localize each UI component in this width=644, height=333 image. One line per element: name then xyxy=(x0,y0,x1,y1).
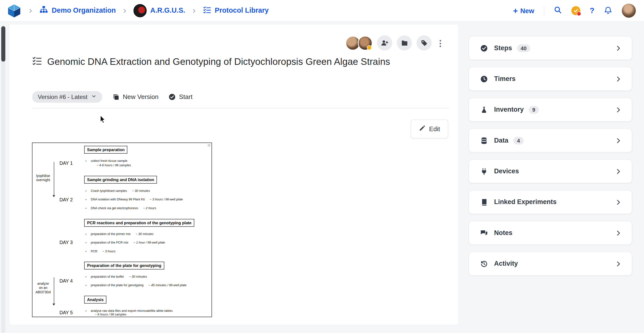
vertical-scrollbar[interactable] xyxy=(1,25,5,333)
app-logo-icon[interactable] xyxy=(6,3,22,18)
folder-button[interactable] xyxy=(397,35,412,50)
timeline-arrow xyxy=(54,162,54,197)
status-check-icon[interactable] xyxy=(571,6,580,15)
bullet-text: analyse raw data files and export micros… xyxy=(91,309,172,312)
sidebar-item-label: Data xyxy=(494,137,508,144)
timeline-arrow xyxy=(54,277,54,305)
diagram-bullet: • PCR ~ 3 hours xyxy=(84,249,208,253)
diagram-section-heading: Preparation of the plate for genotyping xyxy=(84,262,164,269)
page-title: Genomic DNA Extraction and Genotyping of… xyxy=(47,54,390,69)
bullet-time: ~ 2 hours xyxy=(143,206,156,210)
diagram-bullet: • preparation of the PCR mix ~ 1 hour / … xyxy=(84,240,208,244)
document-actions: ⋮ xyxy=(346,35,446,50)
diagram-bullets: • analyse raw data files and export micr… xyxy=(84,309,209,316)
scrollbar-thumb[interactable] xyxy=(1,26,5,62)
chevron-right-icon xyxy=(615,199,622,206)
assignee-avatar[interactable] xyxy=(358,36,373,50)
breadcrumb-team[interactable]: A.R.G.U.S. xyxy=(133,4,185,17)
diagram-bullet: • preparation of the primer mix ~ 30 min… xyxy=(84,232,208,236)
diagram-bullets: • preparation of the primer mix ~ 30 min… xyxy=(84,232,209,253)
diagram-section: Analysis DAY 5 • analyse raw data files … xyxy=(32,296,209,316)
user-avatar[interactable] xyxy=(622,4,636,18)
sidebar-item-steps[interactable]: Steps 40 xyxy=(469,36,632,60)
bullet-icon: • xyxy=(84,198,91,201)
breadcrumb-label: A.R.G.U.S. xyxy=(150,6,185,15)
chevron-right-icon xyxy=(28,8,34,14)
bullet-icon: • xyxy=(84,240,91,244)
tag-button[interactable] xyxy=(416,35,432,50)
versions-icon xyxy=(112,93,120,100)
protocol-list-icon xyxy=(203,6,211,16)
top-navbar: Demo Organization A.R.G.U.S. Protocol Li… xyxy=(0,0,644,22)
diagram-section-heading: Sample grinding and DNA isolation xyxy=(84,176,157,184)
sidebar-item-label: Timers xyxy=(494,75,516,82)
diagram-bullet: • preparation of the plate for genotypin… xyxy=(84,284,208,287)
plug-icon xyxy=(480,168,488,175)
new-button[interactable]: + New xyxy=(513,6,534,15)
diagram-section-heading: PCR reactions and preparation of the gen… xyxy=(84,219,194,226)
diagram-bullet: • collect fresh tissue sample ~ 4-6 hour… xyxy=(84,159,208,167)
diagram-section: Sample grinding and DNA isolation DAY 2 … xyxy=(32,176,209,210)
bullet-icon: • xyxy=(84,249,91,253)
diagram-side-label: lyophilise overnight xyxy=(33,174,53,182)
diagram-day-label: DAY 4 xyxy=(60,278,84,283)
sidebar-item-badge: 40 xyxy=(517,44,530,52)
sidebar-item-devices[interactable]: Devices xyxy=(469,160,632,183)
diagram-section: Preparation of the plate for genotyping … xyxy=(32,262,209,287)
sidebar-item-label: Linked Experiments xyxy=(494,198,556,206)
start-label: Start xyxy=(179,93,192,100)
diagram-bullets: • collect fresh tissue sample ~ 4-6 hour… xyxy=(84,159,209,167)
start-button[interactable]: Start xyxy=(168,93,192,100)
sidebar-item-inventory[interactable]: Inventory 9 xyxy=(469,98,632,122)
help-icon[interactable]: ? xyxy=(590,6,594,15)
history-icon xyxy=(480,260,488,268)
new-version-button[interactable]: New Version xyxy=(112,93,158,100)
edit-button[interactable]: Edit xyxy=(411,120,448,138)
sidebar-item-notes[interactable]: Notes xyxy=(469,221,632,245)
bell-icon[interactable] xyxy=(604,6,612,16)
diagram-section: Sample preparation DAY 1 • collect fresh… xyxy=(32,146,209,167)
header-divider xyxy=(544,6,544,16)
sidebar-item-activity[interactable]: Activity xyxy=(469,252,632,276)
breadcrumb-organization[interactable]: Demo Organization xyxy=(40,5,116,16)
diagram-bullets: • preparation of the buffer ~ 30 minutes… xyxy=(84,275,209,287)
diagram-bullet: • DNA isolation with DNeasy 96 Plant Kit… xyxy=(84,198,208,201)
bullet-time: ~ 30 minutes xyxy=(132,189,150,192)
divider xyxy=(32,108,449,108)
diagram-side-label: analyze on an ABI3730xl xyxy=(33,282,53,294)
bullet-time: ~ 30 minutes xyxy=(129,275,147,278)
add-user-button[interactable] xyxy=(377,35,392,50)
version-dropdown-label: Version #6 - Latest xyxy=(38,94,88,100)
clock-icon xyxy=(480,75,488,83)
version-dropdown[interactable]: Version #6 - Latest xyxy=(32,91,102,103)
plus-icon: + xyxy=(513,6,518,15)
bullet-text: collect fresh tissue sample xyxy=(91,159,127,162)
sidebar-item-timers[interactable]: Timers xyxy=(469,67,632,91)
flask-icon xyxy=(480,106,488,114)
more-options-button[interactable]: ⋮ xyxy=(434,38,446,48)
bullet-time: ~ 3 hours / 96-well plate xyxy=(150,198,183,201)
bullet-time: ~ 6 hours / 96 samples xyxy=(95,313,126,316)
diagram-bullet: • analyse raw data files and export micr… xyxy=(84,309,208,316)
start-check-icon xyxy=(168,93,176,100)
bullet-text: PCR xyxy=(91,249,97,253)
bullet-text: DNA check via gel electrophoresis xyxy=(91,206,138,210)
sidebar-item-label: Steps xyxy=(494,44,512,52)
protocol-title-icon xyxy=(32,56,42,69)
sidebar-item-linked-experiments[interactable]: Linked Experiments xyxy=(469,190,632,214)
diagram-bullet: • preparation of the buffer ~ 30 minutes xyxy=(84,275,208,278)
diagram-section-heading: Analysis xyxy=(84,296,106,304)
bullet-icon: • xyxy=(84,189,91,192)
protocol-workflow-image[interactable]: ⟳ Sample preparation DAY 1 • collect fre… xyxy=(32,142,212,317)
breadcrumb-label: Protocol Library xyxy=(215,6,268,15)
protocol-detail-panel: ⋮ Genomic DNA Extraction and Genotyping … xyxy=(10,24,458,324)
chevron-right-icon xyxy=(191,8,197,14)
diagram-day-label: DAY 3 xyxy=(60,240,84,245)
sidebar-item-data[interactable]: Data 4 xyxy=(469,128,632,152)
bullet-icon: • xyxy=(84,159,91,162)
search-icon[interactable] xyxy=(554,6,562,16)
bullet-time: ~ 45 minutes / 96-well plate xyxy=(148,284,186,287)
bullet-time: ~ 30 minutes xyxy=(136,232,154,236)
bullet-icon: • xyxy=(84,206,91,210)
breadcrumb-protocol-library[interactable]: Protocol Library xyxy=(203,6,268,16)
